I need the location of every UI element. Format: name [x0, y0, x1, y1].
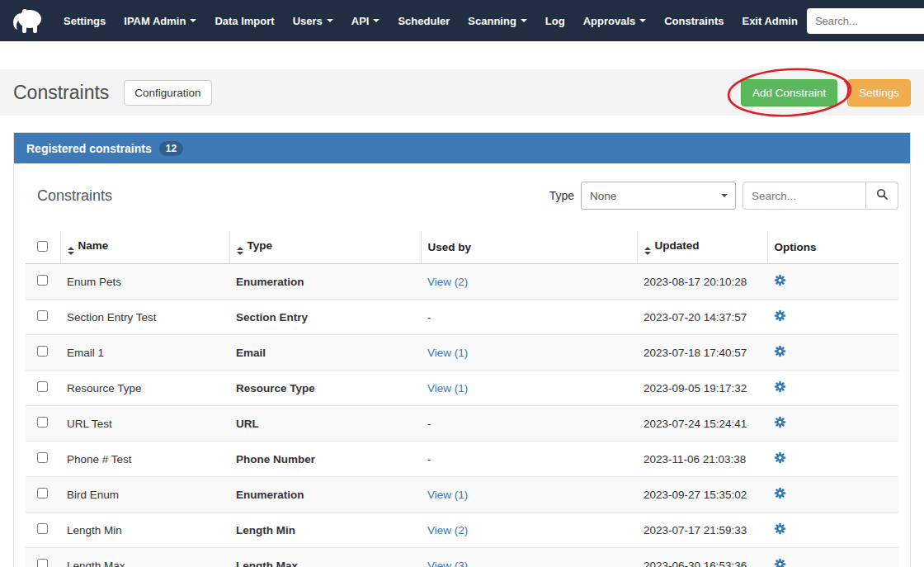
constraint-name: URL Test	[60, 406, 229, 442]
sort-icon	[644, 247, 651, 255]
table-row: Length MaxLength MaxView (3)2023-06-30 1…	[26, 548, 898, 567]
used-by-view-link[interactable]: View (2)	[427, 276, 468, 288]
row-checkbox[interactable]	[37, 559, 48, 567]
gear-icon[interactable]	[774, 522, 786, 535]
used-by-view-link[interactable]: View (3)	[427, 560, 468, 567]
navbar-search-input[interactable]	[807, 8, 924, 34]
options-cell	[767, 477, 898, 513]
constraint-name: Length Max	[60, 548, 229, 567]
table-search-button[interactable]	[866, 182, 898, 210]
nav-item-scheduler[interactable]: Scheduler	[389, 0, 459, 41]
constraint-type: Email	[229, 335, 421, 371]
constraint-type: Enumeration	[229, 477, 421, 513]
elephant-logo-icon[interactable]	[10, 5, 45, 36]
table-row: Resource TypeResource TypeView (1)2023-0…	[26, 371, 898, 406]
column-header-name[interactable]: Name	[60, 231, 229, 264]
constraint-type: Enumeration	[229, 264, 421, 300]
table-row: Phone # TestPhone Number-2023-11-06 21:0…	[26, 442, 898, 477]
nav-item-scanning[interactable]: Scanning	[459, 0, 536, 41]
nav-item-label: Settings	[64, 15, 106, 27]
used-by-cell: View (1)	[421, 477, 637, 513]
row-checkbox[interactable]	[37, 417, 48, 428]
nav-item-exit-admin[interactable]: Exit Admin	[733, 0, 806, 41]
gear-icon[interactable]	[774, 345, 786, 357]
nav-item-log[interactable]: Log	[536, 0, 574, 41]
column-header-label: Options	[775, 241, 817, 253]
used-by-view-link[interactable]: View (2)	[427, 524, 468, 536]
constraint-name: Enum Pets	[60, 264, 229, 300]
constraint-name: Length Min	[60, 513, 229, 548]
page-header-actions: Add Constraint Settings	[741, 79, 911, 106]
select-all-checkbox[interactable]	[37, 241, 48, 252]
updated-timestamp: 2023-07-20 14:37:57	[637, 300, 767, 335]
row-checkbox[interactable]	[37, 488, 48, 498]
used-by-cell: -	[421, 300, 637, 335]
page-title: Constraints	[13, 82, 109, 104]
nav-item-data-import[interactable]: Data Import	[205, 0, 283, 41]
table-search-input[interactable]	[742, 182, 866, 210]
nav-item-constraints[interactable]: Constraints	[655, 0, 733, 41]
options-cell	[767, 300, 898, 335]
constraint-name: Bird Enum	[60, 477, 229, 513]
options-cell	[767, 371, 898, 406]
top-navbar: SettingsIPAM AdminData ImportUsersAPISch…	[0, 0, 924, 41]
gear-icon[interactable]	[774, 558, 786, 567]
row-checkbox[interactable]	[37, 346, 48, 357]
nav-item-approvals[interactable]: Approvals	[574, 0, 656, 41]
navbar-right	[807, 8, 924, 34]
nav-item-api[interactable]: API	[342, 0, 389, 41]
updated-timestamp: 2023-07-24 15:24:41	[637, 406, 767, 442]
gear-icon[interactable]	[774, 487, 786, 499]
row-checkbox[interactable]	[37, 523, 48, 534]
settings-button[interactable]: Settings	[847, 79, 911, 106]
row-checkbox[interactable]	[37, 452, 48, 463]
add-constraint-button[interactable]: Add Constraint	[741, 79, 837, 106]
updated-timestamp: 2023-09-05 19:17:32	[637, 371, 767, 406]
used-by-view-link[interactable]: View (1)	[427, 382, 468, 395]
chevron-down-icon	[639, 19, 646, 22]
registered-constraints-panel: Registered constraints 12 Constraints Ty…	[13, 132, 911, 567]
nav-item-label: Constraints	[664, 15, 724, 27]
options-cell	[767, 406, 898, 442]
column-header-type[interactable]: Type	[229, 231, 421, 264]
gear-icon[interactable]	[774, 274, 786, 286]
configuration-button[interactable]: Configuration	[124, 80, 211, 106]
table-toolbar: Constraints Type None	[14, 163, 910, 224]
type-filter-select[interactable]: None	[581, 182, 736, 210]
row-checkbox[interactable]	[37, 275, 48, 286]
row-checkbox[interactable]	[37, 381, 48, 392]
used-by-view-link[interactable]: View (1)	[427, 489, 468, 501]
gear-icon[interactable]	[774, 380, 786, 393]
column-header-label: Name	[78, 239, 109, 252]
updated-timestamp: 2023-07-17 21:59:33	[637, 513, 767, 548]
used-by-view-link[interactable]: View (1)	[427, 347, 468, 359]
constraint-name: Email 1	[60, 335, 229, 371]
toolbar-title: Constraints	[37, 187, 112, 205]
constraints-table-body: Enum PetsEnumerationView (2)2023-08-17 2…	[26, 264, 898, 567]
used-by-cell: View (3)	[421, 548, 637, 567]
nav-item-label: Approvals	[583, 15, 636, 27]
chevron-down-icon	[190, 19, 196, 22]
options-cell	[767, 442, 898, 477]
chevron-down-icon	[373, 19, 380, 22]
table-search	[742, 182, 898, 210]
type-filter-label: Type	[549, 189, 574, 202]
toolbar-filters: Type None	[549, 182, 898, 210]
gear-icon[interactable]	[774, 309, 786, 322]
column-header-label: Used by	[428, 241, 472, 253]
column-header-label: Type	[248, 239, 273, 252]
constraint-type: URL	[229, 406, 421, 442]
constraint-type: Resource Type	[229, 371, 421, 406]
used-by-cell: -	[421, 442, 637, 477]
constraint-type: Phone Number	[229, 442, 421, 477]
gear-icon[interactable]	[774, 416, 786, 428]
gear-icon[interactable]	[774, 451, 786, 464]
column-header-updated[interactable]: Updated	[637, 231, 767, 264]
used-by-cell: View (2)	[421, 513, 637, 548]
nav-item-settings[interactable]: Settings	[54, 0, 115, 41]
nav-item-users[interactable]: Users	[284, 0, 342, 41]
row-checkbox[interactable]	[37, 310, 48, 321]
updated-timestamp: 2023-09-27 15:35:02	[637, 477, 767, 513]
chevron-down-icon	[327, 19, 333, 22]
nav-item-ipam-admin[interactable]: IPAM Admin	[115, 0, 205, 41]
